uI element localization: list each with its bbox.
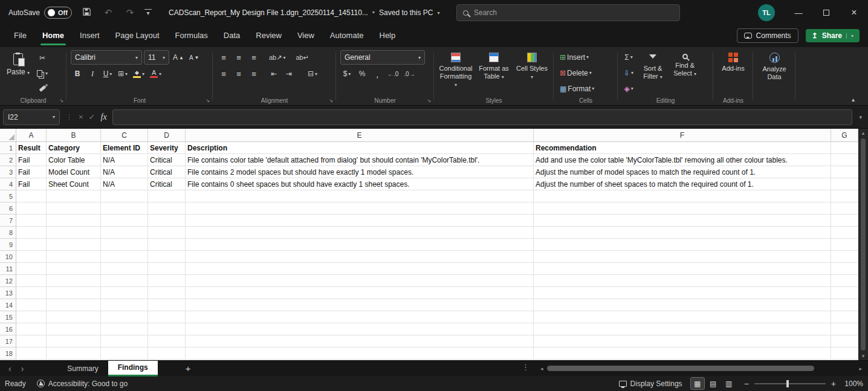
cell-B16[interactable] (47, 323, 101, 335)
row-header-16[interactable]: 16 (0, 323, 16, 335)
cell-G8[interactable] (831, 227, 858, 239)
enter-entry-icon[interactable]: ✓ (89, 112, 96, 121)
expand-formula-bar-button[interactable]: ▾ (856, 114, 865, 120)
cell-C4[interactable]: N/A (101, 178, 148, 190)
cell-B2[interactable]: Color Table (47, 154, 101, 166)
account-avatar[interactable]: TL (758, 4, 775, 21)
row-header-1[interactable]: 1 (0, 142, 16, 154)
cell-C15[interactable] (101, 311, 148, 323)
row-header-10[interactable]: 10 (0, 251, 16, 263)
cell-C11[interactable] (101, 263, 148, 275)
align-left-button[interactable]: ≡ (217, 66, 230, 81)
ribbon-tab-help[interactable]: Help (372, 25, 404, 47)
align-bottom-button[interactable]: ≡ (247, 50, 261, 65)
vertical-scrollbar[interactable]: ▴ ▾ (858, 129, 868, 360)
cell-A18[interactable] (16, 347, 47, 360)
cell-B9[interactable] (47, 239, 101, 251)
zoom-out-button[interactable]: − (744, 379, 749, 389)
ribbon-tab-review[interactable]: Review (248, 25, 290, 47)
cell-E15[interactable] (186, 311, 534, 323)
cell-C18[interactable] (101, 347, 148, 360)
comments-button[interactable]: Comments (737, 28, 798, 43)
scroll-right-icon[interactable]: ▸ (859, 366, 862, 372)
font-color-button[interactable]: A ▾ (148, 66, 163, 81)
cell-D4[interactable]: Critical (148, 178, 186, 190)
cell-B1[interactable]: Category (47, 142, 101, 154)
cell-G15[interactable] (831, 311, 858, 323)
customize-quick-access-icon[interactable]: ▾ (144, 9, 152, 16)
cell-E9[interactable] (186, 239, 534, 251)
cell-C14[interactable] (101, 299, 148, 311)
underline-button[interactable]: U▾ (101, 66, 114, 81)
clear-button[interactable]: ◈▾ (622, 82, 635, 95)
cell-B10[interactable] (47, 251, 101, 263)
cell-F18[interactable] (534, 347, 831, 360)
cell-E13[interactable] (186, 287, 534, 299)
cell-D17[interactable] (148, 335, 186, 347)
cell-E8[interactable] (186, 227, 534, 239)
sheet-tab-summary[interactable]: Summary (57, 361, 108, 376)
row-header-13[interactable]: 13 (0, 287, 16, 299)
column-header-E[interactable]: E (186, 129, 534, 142)
scroll-left-icon[interactable]: ◂ (540, 366, 543, 372)
cell-A10[interactable] (16, 251, 47, 263)
cell-C5[interactable] (101, 190, 148, 202)
ribbon-tab-page-layout[interactable]: Page Layout (108, 25, 167, 47)
cell-D10[interactable] (148, 251, 186, 263)
cell-G3[interactable] (831, 166, 858, 178)
cell-A6[interactable] (16, 202, 47, 215)
cell-F8[interactable] (534, 227, 831, 239)
cell-G7[interactable] (831, 215, 858, 227)
increase-font-size-button[interactable]: A▲ (171, 50, 186, 65)
cell-E7[interactable] (186, 215, 534, 227)
cell-G12[interactable] (831, 275, 858, 287)
sort-filter-button[interactable]: Sort & Filter ▾ (638, 50, 667, 95)
cell-F2[interactable]: Add and use the color table 'MyColorTabl… (534, 154, 831, 166)
column-header-B[interactable]: B (47, 129, 101, 142)
cell-B12[interactable] (47, 275, 101, 287)
row-header-6[interactable]: 6 (0, 202, 16, 215)
cell-C6[interactable] (101, 202, 148, 215)
column-header-C[interactable]: C (101, 129, 148, 142)
add-sheet-button[interactable]: + (182, 363, 195, 373)
cell-C17[interactable] (101, 335, 148, 347)
cell-F12[interactable] (534, 275, 831, 287)
paste-button[interactable]: Paste ▾ (4, 50, 32, 95)
cell-G16[interactable] (831, 323, 858, 335)
decrease-decimal-button[interactable]: .0→ (402, 66, 416, 81)
cell-A14[interactable] (16, 299, 47, 311)
cell-A9[interactable] (16, 239, 47, 251)
merge-center-button[interactable]: ⊟▾ (306, 66, 319, 81)
cell-C1[interactable]: Element ID (101, 142, 148, 154)
cell-E14[interactable] (186, 299, 534, 311)
row-header-3[interactable]: 3 (0, 166, 16, 178)
cell-E17[interactable] (186, 335, 534, 347)
cell-B17[interactable] (47, 335, 101, 347)
row-header-14[interactable]: 14 (0, 299, 16, 311)
row-header-18[interactable]: 18 (0, 347, 16, 360)
cell-D15[interactable] (148, 311, 186, 323)
wrap-text-button[interactable]: ab↵ (294, 50, 310, 65)
cell-E12[interactable] (186, 275, 534, 287)
cell-G5[interactable] (831, 190, 858, 202)
cell-F9[interactable] (534, 239, 831, 251)
cell-A16[interactable] (16, 323, 47, 335)
column-header-A[interactable]: A (16, 129, 47, 142)
number-dialog-launcher-icon[interactable]: ↘ (427, 98, 431, 103)
zoom-in-button[interactable]: + (831, 379, 836, 389)
cell-C3[interactable]: N/A (101, 166, 148, 178)
cell-styles-button[interactable]: Cell Styles ▾ (514, 50, 549, 95)
cell-A5[interactable] (16, 190, 47, 202)
name-box[interactable]: I22 ▾ (3, 109, 60, 125)
cell-A3[interactable]: Fail (16, 166, 47, 178)
ribbon-tab-automate[interactable]: Automate (322, 25, 372, 47)
row-header-9[interactable]: 9 (0, 239, 16, 251)
cell-D12[interactable] (148, 275, 186, 287)
cell-E18[interactable] (186, 347, 534, 360)
cell-C2[interactable]: N/A (101, 154, 148, 166)
fill-button[interactable]: ⇩▾ (622, 66, 635, 80)
cell-F3[interactable]: Adjust the number of model spaces to mat… (534, 166, 831, 178)
cut-button[interactable]: ✂ (35, 51, 50, 65)
select-all-corner[interactable] (0, 129, 16, 142)
cell-F13[interactable] (534, 287, 831, 299)
